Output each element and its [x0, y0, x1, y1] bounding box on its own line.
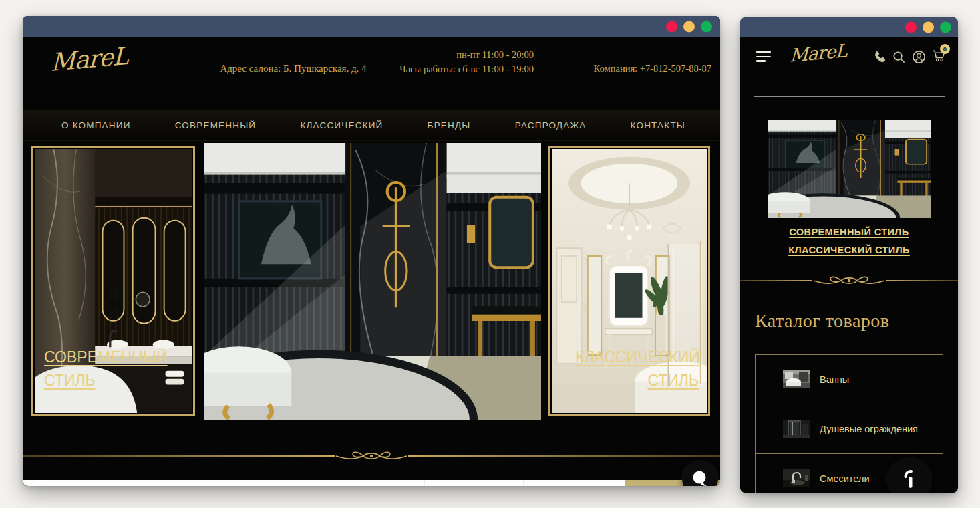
classic-style-link[interactable]: КЛАССИЧЕСКИЙ СТИЛЬ — [575, 346, 699, 392]
faucet-thumbnail — [783, 469, 810, 487]
nav-item-brands[interactable]: БРЕНДЫ — [428, 120, 471, 130]
ornamental-divider — [740, 273, 958, 289]
hero-center-image — [204, 143, 541, 420]
modern-style-link[interactable]: СОВРЕМЕННЫЙ СТИЛЬ — [740, 227, 958, 237]
catalog-item-label: Ванны — [820, 374, 849, 385]
chat-comma-icon — [901, 469, 918, 491]
catalog-title: Каталог товаров — [755, 310, 890, 332]
ornamental-divider — [23, 448, 720, 464]
minimize-window-button[interactable] — [923, 22, 934, 33]
compare-button[interactable]: СРАВНЕНИЕ 0 — [424, 480, 523, 486]
catalog-item-baths[interactable]: Ванны — [755, 354, 943, 404]
window-controls — [905, 22, 951, 33]
cart-button[interactable]: 0 — [932, 49, 946, 66]
nav-item-contacts[interactable]: КОНТАКТЫ — [631, 120, 685, 130]
desktop-page: MareL Адрес салона: Б. Пушкарская, д. 4 … — [23, 37, 720, 486]
nav-item-classic[interactable]: КЛАССИЧЕСКИЙ — [300, 120, 383, 130]
divider-line-right — [408, 455, 720, 457]
main-nav: О КОМПАНИИ СОВРЕМЕННЫЙ КЛАССИЧЕСКИЙ БРЕН… — [23, 110, 720, 141]
modern-style-link[interactable]: СОВРЕМЕННЫЙ СТИЛЬ — [44, 346, 171, 392]
hero-banner: СОВРЕМЕННЫЙ СТИЛЬ КЛАССИЧЕСКИЙ СТИЛЬ — [23, 143, 720, 420]
bath-thumbnail — [783, 370, 810, 388]
divider-line-left — [23, 455, 335, 457]
phone-icon[interactable] — [872, 50, 886, 64]
chat-bubble-icon — [690, 469, 710, 486]
mobile-browser-window: MareL 0 СОВРЕМЕННЫЙ СТИЛЬ КЛАССИЧЕСКИЙ С… — [740, 17, 958, 493]
work-hours: пн-пт 11:00 - 20:00 Часы работы: сб-вс 1… — [370, 48, 534, 76]
window-controls — [666, 21, 712, 33]
brand-logo[interactable]: MareL — [51, 42, 128, 76]
maximize-window-button[interactable] — [701, 21, 712, 33]
search-icon[interactable] — [892, 50, 906, 64]
catalog-item-showers[interactable]: Душевые ограждения — [755, 404, 943, 454]
nav-item-modern[interactable]: СОВРЕМЕННЫЙ — [175, 120, 257, 130]
catalog-item-label: Смесители — [820, 473, 869, 484]
mobile-header-icons: 0 — [872, 49, 946, 66]
bottom-toolbar: +7 812-507-88-87 СРАВНЕНИЕ 0 ОТЛОЖЕННЫЕ … — [23, 480, 720, 486]
work-hours-line1: пн-пт 11:00 - 20:00 — [370, 48, 534, 62]
salon-address: Адрес салона: Б. Пушкарская, д. 4 — [190, 63, 397, 74]
minimize-window-button[interactable] — [683, 21, 695, 33]
cart-count-badge: 0 — [940, 44, 950, 54]
divider-line-right — [886, 280, 958, 281]
work-hours-line2: Часы работы: сб-вс 11:00 - 19:00 — [370, 62, 534, 76]
header-divider — [754, 96, 945, 97]
luxury-bathroom-image — [768, 120, 931, 218]
nav-item-sale[interactable]: РАСПРОДАЖА — [515, 120, 587, 130]
site-header: MareL Адрес салона: Б. Пушкарская, д. 4 … — [23, 37, 720, 88]
mobile-header: MareL 0 — [740, 37, 958, 76]
flourish-ornament-icon — [812, 273, 886, 288]
mobile-titlebar — [740, 17, 958, 37]
flourish-ornament-icon — [335, 449, 408, 463]
modern-style-panel[interactable]: СОВРЕМЕННЫЙ СТИЛЬ — [31, 146, 195, 416]
account-icon[interactable] — [912, 50, 926, 64]
mobile-page: MareL 0 СОВРЕМЕННЫЙ СТИЛЬ КЛАССИЧЕСКИЙ С… — [740, 37, 958, 493]
luxury-bathroom-image — [204, 143, 541, 420]
wishlist-button[interactable]: ОТЛОЖЕННЫЕ 0 — [523, 480, 625, 486]
maximize-window-button[interactable] — [940, 22, 951, 33]
company-phone: Компания: +7-812-507-88-87 — [594, 63, 711, 74]
hamburger-menu-icon[interactable] — [756, 51, 771, 62]
close-window-button[interactable] — [666, 21, 677, 33]
desktop-browser-window: MareL Адрес салона: Б. Пушкарская, д. 4 … — [23, 16, 720, 486]
hero-image-link[interactable] — [768, 120, 931, 218]
nav-item-about[interactable]: О КОМПАНИИ — [61, 120, 131, 130]
close-window-button[interactable] — [905, 22, 917, 33]
divider-line-left — [740, 280, 812, 281]
classic-style-link[interactable]: КЛАССИЧЕСКИЙ СТИЛЬ — [740, 245, 958, 255]
desktop-titlebar — [23, 16, 720, 37]
shower-thumbnail — [783, 420, 810, 438]
toolbar-actions: СРАВНЕНИЕ 0 ОТЛОЖЕННЫЕ 0 КОРЗИНА 0 — [424, 480, 720, 486]
brand-logo[interactable]: MareL — [790, 40, 847, 66]
catalog-item-label: Душевые ограждения — [820, 424, 918, 434]
classic-style-panel[interactable]: КЛАССИЧЕСКИЙ СТИЛЬ — [548, 146, 710, 416]
chat-widget-button[interactable] — [682, 461, 718, 486]
